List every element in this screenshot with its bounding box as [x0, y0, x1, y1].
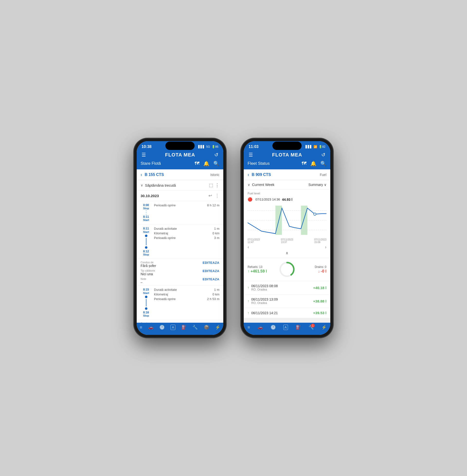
dynamic-island-2: [272, 142, 302, 150]
map-icon-2[interactable]: 🗺: [302, 161, 307, 166]
edit-btn-2[interactable]: EDITEAZA: [203, 269, 219, 273]
chart-callout-date: 07/11/2023 14:36: [255, 198, 280, 201]
back-btn-1[interactable]: ‹: [141, 172, 142, 177]
note-value-1: –: [141, 280, 146, 284]
expand-icon-1[interactable]: ∨: [141, 183, 143, 187]
section-right-icons-1: ⬚ ⋮: [209, 183, 219, 188]
drains-arrow: ↓: [318, 269, 320, 274]
phones-container: 10:38 ▋▋▋ 5G 🔋86 ☰ FLOTA MEA ↺ Stare Flo…: [134, 138, 333, 338]
header-sub-icons-1: 🗺 🔔 🔍: [195, 161, 219, 166]
duration-3: 1 m: [214, 288, 219, 291]
refresh-icon-1[interactable]: ↺: [213, 151, 219, 159]
trip-type-info-1: Tip călătorie Nici una: [141, 269, 155, 276]
fuel-amount-1: +40.18 l: [313, 286, 326, 290]
nav-list-1[interactable]: ≡: [140, 325, 142, 330]
fuel-arrow-1: ↑: [248, 286, 249, 290]
fuel-list-item-1[interactable]: ↑ 06/11/2023 08:08 RO, Oradea +40.18 l: [244, 281, 330, 294]
nav-clock-icon-2: 🕐: [271, 325, 276, 330]
history-btn-1[interactable]: ↩: [208, 193, 212, 198]
gauge-svg: [278, 261, 296, 278]
note-info-1: Note –: [141, 278, 146, 284]
more-icon-1[interactable]: ⋮: [215, 183, 219, 188]
network-type-1: 5G: [206, 145, 210, 148]
nav-list-2[interactable]: ≡: [247, 325, 250, 330]
trip-detail-row-2b: Kilometraj 0 km: [154, 231, 219, 235]
nav-clock-2[interactable]: 🕐: [271, 325, 276, 330]
chart-area: Fuel level 🔴 07/11/2023 14:36 44.93 l: [244, 189, 330, 258]
section-right-2: Summary ∨: [308, 183, 326, 187]
bell-icon-1[interactable]: 🔔: [203, 161, 209, 166]
edit-btn-1[interactable]: EDITEAZA: [203, 261, 219, 264]
trip-entry-2: 8:11 Start 8:12 Stop: [137, 224, 223, 259]
nav-a-1[interactable]: A: [170, 325, 175, 330]
search-icon-1[interactable]: 🔍: [213, 161, 219, 166]
driver-info-1: Condus de Fără șofer: [141, 261, 156, 268]
activity-label-1: Perioadă oprire: [154, 203, 176, 207]
nav-a-icon-2: A: [283, 325, 288, 330]
time-end-3: 8:16 Stop: [143, 311, 149, 317]
driver-label-1: Condus de: [141, 261, 156, 264]
nav-box-1[interactable]: 📦: [204, 325, 209, 330]
summary-dropdown[interactable]: Summary ∨: [308, 183, 326, 187]
nav-fuel-icon-2: ⛽: [296, 325, 301, 330]
nav-tools-2[interactable]: 🔧 1: [308, 325, 314, 330]
nav-tools-icon-1: 🔧: [192, 325, 198, 330]
chart-date-3: 07/11/202315:08: [314, 238, 326, 244]
nav-a-2[interactable]: A: [283, 325, 288, 330]
menu-icon-2[interactable]: ☰: [248, 151, 254, 159]
info-section-1: Condus de Fără șofer EDITEAZA Tip călăto…: [137, 259, 223, 285]
vehicle-id-2: B 909 CTS: [252, 172, 271, 177]
chart-prev[interactable]: ‹: [248, 245, 249, 250]
trip-detail-row-2c: Perioadă oprire 3 m: [154, 236, 219, 240]
driver-value-1: Fără șofer: [141, 264, 156, 268]
drains-value: -0 l: [321, 269, 326, 274]
activity-label-2: Durată activitate: [154, 227, 177, 230]
bell-icon-2[interactable]: 🔔: [310, 161, 316, 166]
nav-fuel-2[interactable]: ⛽: [296, 325, 301, 330]
app-title-2: FLOTA MEA: [254, 152, 320, 158]
battery-1: 🔋86: [212, 145, 219, 148]
trip-type-label-1: Tip călătorie: [141, 269, 155, 272]
app-header-2: ☰ FLOTA MEA ↺ Fleet Status 🗺 🔔 🔍: [244, 151, 330, 169]
fuel-list-item-2[interactable]: ↑ 06/11/2023 13:09 RO, Oradea +38.88 l: [244, 294, 330, 308]
chart-next[interactable]: ›: [325, 245, 326, 250]
content-2[interactable]: ‹ B 909 CTS Fuel ∨ Current Week Summary …: [244, 169, 330, 323]
nav-car-1[interactable]: 🚗: [148, 325, 154, 330]
nav-box-icon-1: 📦: [204, 325, 209, 330]
nav-fuel-1[interactable]: ⛽: [181, 325, 187, 330]
drains-stat: Drains: 0 ↓ -0 l: [298, 265, 326, 274]
chart-dates: 07/11/202312:47 07/11/202313:37 07/11/20…: [248, 238, 326, 244]
wifi-icon-2: 📶: [313, 145, 317, 148]
nav-tools-1[interactable]: 🔧: [192, 325, 198, 330]
week-label-1: Săptămâna trecută: [145, 183, 176, 187]
nav-bolt-2[interactable]: ⚡: [321, 325, 327, 330]
km-3: 0 km: [213, 292, 219, 296]
week-section-header-1: ∨ Săptămâna trecută ⬚ ⋮: [137, 180, 223, 191]
back-btn-2[interactable]: ‹: [248, 172, 249, 177]
bottom-nav-2: ≡ 🚗 🕐 A ⛽ 🔧 1 ⚡: [244, 323, 330, 335]
nav-list-icon-1: ≡: [140, 325, 142, 330]
refresh-icon-2[interactable]: ↺: [320, 151, 326, 159]
nav-clock-1[interactable]: 🕐: [159, 325, 165, 330]
nav-bolt-icon-1: ⚡: [215, 325, 220, 330]
nav-bolt-1[interactable]: ⚡: [215, 325, 220, 330]
fuel-list-item-3[interactable]: ↑ 06/11/2023 14:21 +39.53 l: [244, 308, 330, 318]
more-btn-1[interactable]: ⋮: [215, 193, 219, 198]
stop-label-2: Perioadă oprire: [154, 236, 176, 240]
chevron-down-icon: ∨: [324, 183, 326, 187]
edit-btn-3[interactable]: EDITEAZA: [203, 278, 219, 281]
dot-end-2: [145, 246, 147, 249]
search-icon-2[interactable]: 🔍: [320, 161, 326, 166]
trip-timeline-3: 8:15 Start 8:16 Stop: [141, 288, 219, 317]
expand-icon-2[interactable]: ∨: [248, 183, 250, 187]
nav-list-icon-2: ≡: [247, 325, 250, 330]
fuel-gauge: [278, 261, 296, 278]
menu-icon-1[interactable]: ☰: [141, 151, 147, 159]
content-1[interactable]: ‹ B 155 CTS Istoric ∨ Săptămâna trecută …: [137, 169, 223, 323]
nav-car-2[interactable]: 🚗: [258, 325, 263, 330]
date-row-icons-1: ↩ ⋮: [208, 193, 219, 198]
map-icon-1[interactable]: 🗺: [195, 161, 199, 166]
activity-label-3: Durată activitate: [154, 288, 177, 291]
collapse-btn[interactable]: ∧: [285, 251, 288, 255]
fuel-info-2: 06/11/2023 13:09 RO, Oradea: [251, 297, 313, 305]
